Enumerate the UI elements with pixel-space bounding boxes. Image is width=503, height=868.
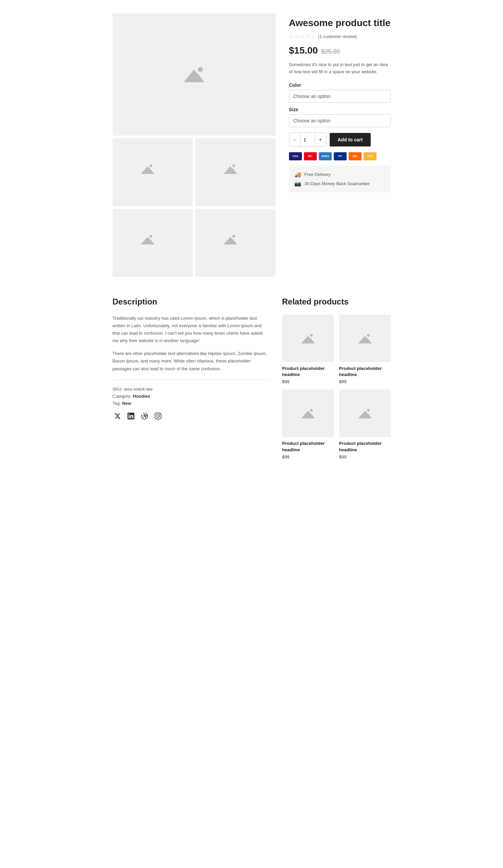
tag-label: Tag:	[113, 401, 121, 406]
related-product-4-price: $99	[339, 454, 391, 459]
star-5: ☆	[311, 33, 316, 40]
quantity-minus-button[interactable]: -	[289, 133, 300, 146]
mastercard-icon: MC	[304, 152, 317, 161]
star-1: ☆	[289, 33, 294, 40]
dribbble-icon[interactable]	[140, 411, 149, 421]
related-product-4[interactable]: Product placeholder headline $99	[339, 390, 391, 459]
svg-point-21	[310, 409, 313, 412]
linkedin-icon[interactable]	[126, 411, 136, 421]
sku-label: SKU:	[113, 386, 123, 392]
guarantee-box: 🚚 Free Delivery 📷 30 Days Money Back Gua…	[289, 166, 391, 192]
twitter-x-icon[interactable]	[113, 411, 122, 421]
free-delivery-text: Free Delivery	[305, 172, 331, 177]
product-rating: ☆ ☆ ☆ ☆ ☆ (1 customer review)	[289, 33, 391, 40]
svg-point-18	[367, 334, 370, 337]
thumb-image-2	[222, 162, 249, 183]
related-product-3[interactable]: Product placeholder headline $99	[282, 390, 334, 459]
tag-meta: Tag: New	[113, 401, 269, 406]
related-product-4-title: Product placeholder headline	[339, 441, 391, 453]
star-rating: ☆ ☆ ☆ ☆ ☆	[289, 33, 316, 40]
current-price: $15.00	[289, 45, 318, 56]
category-meta: Category: Hoodies	[113, 394, 269, 399]
svg-point-9	[150, 235, 152, 238]
product-section: Awesome product title ☆ ☆ ☆ ☆ ☆ (1 custo…	[113, 13, 391, 277]
color-select[interactable]: Choose an option	[289, 90, 391, 103]
quantity-cart-row: - + Add to cart	[289, 133, 391, 147]
star-2: ☆	[295, 33, 299, 40]
paypal-icon: PP	[334, 152, 347, 161]
related-image-1	[282, 315, 334, 362]
thumb-image-1	[139, 162, 166, 183]
svg-point-3	[150, 164, 152, 167]
product-title: Awesome product title	[289, 17, 391, 29]
instagram-icon[interactable]	[153, 411, 163, 421]
product-details: Awesome product title ☆ ☆ ☆ ☆ ☆ (1 custo…	[289, 13, 391, 277]
related-product-1-title: Product placeholder headline	[282, 365, 334, 378]
amex-icon: AMEX	[319, 152, 332, 161]
sku-value: woo-vneck-tee	[124, 386, 153, 392]
svg-point-15	[310, 334, 313, 337]
thumb-1[interactable]	[113, 138, 193, 206]
description-para-2: There are other placeholder text alterna…	[113, 350, 269, 372]
related-product-2-title: Product placeholder headline	[339, 365, 391, 378]
main-product-image	[113, 13, 275, 136]
price-row: $15.00 $25.00	[289, 45, 391, 56]
description-title: Description	[113, 297, 269, 307]
star-4: ☆	[305, 33, 310, 40]
related-image-4	[339, 390, 391, 437]
review-count: (1 customer review)	[318, 34, 357, 39]
related-image-3	[282, 390, 334, 437]
social-icons-row	[113, 411, 269, 421]
money-back-text: 30 Days Money Back Guarrantee	[305, 181, 370, 186]
page-wrapper: Awesome product title ☆ ☆ ☆ ☆ ☆ (1 custo…	[106, 0, 398, 473]
color-option-group: Color Choose an option	[289, 82, 391, 103]
main-image-placeholder	[181, 64, 208, 85]
visa-icon: VISA	[289, 152, 302, 161]
add-to-cart-button[interactable]: Add to cart	[330, 133, 371, 146]
tag-value: New	[122, 401, 131, 406]
related-products-grid: Product placeholder headline $99 Product…	[282, 315, 391, 459]
other-payment-icon: OTH	[363, 152, 377, 161]
category-value: Hoodies	[133, 394, 150, 399]
size-select[interactable]: Choose an option	[289, 114, 391, 127]
free-delivery-item: 🚚 Free Delivery	[295, 171, 385, 178]
quantity-plus-button[interactable]: +	[315, 133, 326, 146]
svg-point-0	[198, 67, 203, 72]
svg-point-12	[232, 235, 235, 238]
related-products-section: Related products Product placeholder hea…	[282, 297, 391, 459]
discover-icon: DIS	[349, 152, 361, 161]
quantity-input[interactable]	[300, 133, 315, 146]
related-product-1-price: $99	[282, 379, 334, 384]
bottom-section: Description Traditionally our industry h…	[113, 297, 391, 459]
payment-icons-row: VISA MC AMEX PP DIS OTH	[289, 152, 391, 161]
delivery-icon: 🚚	[295, 171, 301, 178]
related-title: Related products	[282, 297, 391, 307]
color-label: Color	[289, 82, 391, 88]
thumb-2[interactable]	[195, 138, 275, 206]
quantity-control: - +	[289, 133, 326, 147]
thumb-image-3	[139, 232, 166, 253]
related-image-2	[339, 315, 391, 362]
related-product-3-price: $99	[282, 454, 334, 459]
thumb-3[interactable]	[113, 209, 193, 277]
related-product-2[interactable]: Product placeholder headline $99	[339, 315, 391, 384]
size-option-group: Size Choose an option	[289, 107, 391, 127]
description-para-1: Traditionally our industry has used Lore…	[113, 315, 269, 344]
related-product-1[interactable]: Product placeholder headline $99	[282, 315, 334, 384]
thumb-image-4	[222, 232, 249, 253]
category-label: Category:	[113, 394, 132, 399]
svg-point-24	[367, 409, 370, 412]
related-product-3-title: Product placeholder headline	[282, 441, 334, 453]
thumb-4[interactable]	[195, 209, 275, 277]
money-back-item: 📷 30 Days Money Back Guarrantee	[295, 180, 385, 187]
size-label: Size	[289, 107, 391, 112]
svg-point-6	[232, 164, 235, 167]
product-gallery	[113, 13, 275, 277]
star-3: ☆	[300, 33, 305, 40]
sku-meta: SKU: woo-vneck-tee	[113, 386, 269, 392]
original-price: $25.00	[321, 48, 340, 55]
related-product-2-price: $99	[339, 379, 391, 384]
money-back-icon: 📷	[295, 180, 301, 187]
product-description: Sometimes it's nice to put in text just …	[289, 61, 391, 76]
description-section: Description Traditionally our industry h…	[113, 297, 269, 459]
